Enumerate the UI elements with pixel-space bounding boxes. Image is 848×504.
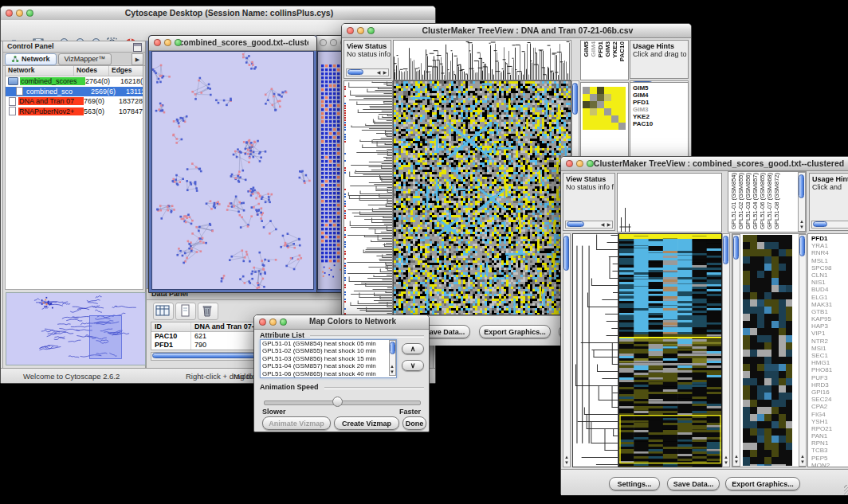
network-overview-thumbnail[interactable]	[6, 293, 143, 363]
float-panel-icon[interactable]	[133, 43, 142, 52]
column-label[interactable]: GIM5	[583, 41, 590, 57]
gene-label[interactable]: HMG1	[811, 359, 848, 366]
move-up-button[interactable]: ∧	[402, 343, 424, 354]
export-graphics-button[interactable]: Export Graphics...	[479, 325, 551, 338]
usage-hscrollbar[interactable]	[811, 221, 848, 229]
attribute-list-item[interactable]: GPL51-01 (GSM854) heat shock 05 min	[261, 340, 396, 347]
treeview1-column-dendrogram[interactable]	[393, 40, 571, 80]
gene-label[interactable]: MON2	[811, 462, 848, 469]
attribute-list-item[interactable]: GPL51-02 (GSM855) heat shock 10 min	[261, 347, 396, 354]
minimize-button[interactable]	[269, 318, 277, 326]
treeview1-row-dendrogram[interactable]	[344, 80, 393, 315]
gene-label[interactable]: MAK31	[811, 301, 848, 308]
gene-label[interactable]: KAP95	[811, 315, 848, 322]
gene-label[interactable]: BUD4	[811, 286, 848, 293]
tab-overflow-arrow[interactable]: ▶	[132, 53, 143, 65]
gene-label[interactable]: GTB1	[811, 308, 848, 315]
array-column-label[interactable]: GPL51-07 (GSM868)	[766, 173, 773, 229]
gene-label[interactable]: ELG1	[811, 294, 848, 301]
close-button[interactable]	[6, 10, 13, 17]
delete-attribute-trash-icon[interactable]	[198, 303, 218, 320]
tab-vizmapper[interactable]: VizMapper™	[58, 53, 112, 65]
gene-label[interactable]: YRA1	[811, 242, 848, 249]
gene-label[interactable]: TCB3	[811, 447, 848, 454]
minimize-button[interactable]	[164, 39, 171, 46]
gene-label[interactable]: SEC24	[811, 396, 848, 403]
gene-label[interactable]: RPN1	[811, 440, 848, 447]
gene-label[interactable]: MSI1	[811, 345, 848, 352]
network-canvas-clusters[interactable]	[151, 51, 314, 290]
gene-label[interactable]: PFD1	[633, 99, 688, 106]
network-window1-titlebar[interactable]: combined_scores_good.txt--cluste...	[149, 36, 316, 51]
gene-label[interactable]: HAP3	[811, 322, 848, 330]
gene-label[interactable]: SPC98	[811, 264, 848, 272]
gene-label[interactable]: RNR4	[811, 249, 848, 256]
treeview2-left-vscrollbar[interactable]: ▲▼	[563, 233, 571, 467]
gene-label[interactable]: VIP1	[811, 330, 848, 337]
treeview2-heatmap[interactable]	[618, 233, 722, 467]
network-list-row[interactable]: combined_scores2764(0)16218(0)	[6, 76, 143, 87]
close-button[interactable]	[320, 39, 327, 46]
zoom-button[interactable]	[587, 160, 594, 167]
treeview2-titlebar[interactable]: ClusterMaker TreeView : combined_scores_…	[561, 157, 848, 171]
col-edges[interactable]: Edges	[109, 66, 143, 76]
array-column-label[interactable]: GPL51-02 (GSM855)	[737, 173, 744, 229]
treeview2-row-dendrogram[interactable]	[572, 233, 618, 467]
gene-label[interactable]: PUF3	[811, 374, 848, 381]
close-button[interactable]	[259, 318, 266, 326]
zoom-left-vscrollbar[interactable]: ▲▼	[732, 234, 740, 467]
gene-label[interactable]: PHO81	[811, 366, 848, 373]
gene-label[interactable]: RPO21	[811, 425, 848, 432]
treeview1-zoom-heatmap[interactable]	[583, 87, 626, 130]
gene-label[interactable]: PAC10	[633, 120, 688, 127]
gene-label[interactable]: MSL1	[811, 257, 848, 264]
gene-label[interactable]: GIM5	[633, 84, 688, 92]
minimize-button[interactable]	[357, 27, 364, 34]
settings-button[interactable]: Settings...	[609, 477, 660, 490]
gene-label[interactable]: HRD3	[811, 381, 848, 389]
dialog-titlebar[interactable]: Map Colors to Network	[254, 315, 429, 330]
network-list-row[interactable]: DNA and Tran 07769(0)183728(0)	[6, 96, 143, 107]
zoom-button[interactable]	[280, 318, 287, 326]
array-column-label[interactable]: GPL51-04 (GSM857)	[752, 173, 759, 229]
gene-label[interactable]: PAN1	[811, 432, 848, 440]
column-label[interactable]: PFD1	[597, 41, 604, 57]
gene-label[interactable]: GIM4	[633, 92, 688, 99]
col-network[interactable]: Network	[6, 66, 74, 76]
treeview1-titlebar[interactable]: ClusterMaker TreeView : DNA and Tran 07-…	[342, 24, 691, 38]
animate-vizmap-button[interactable]: Animate Vizmap	[262, 416, 331, 430]
new-attribute-icon[interactable]	[175, 303, 196, 320]
gene-label[interactable]: GPI16	[811, 389, 848, 396]
column-label[interactable]: GIM3	[604, 41, 611, 57]
attribute-list-vscrollbar[interactable]: ▲▼	[389, 340, 396, 376]
treeview2-column-dendrogram[interactable]	[617, 173, 722, 232]
attribute-list-item[interactable]: GPL51-04 (GSM857) heat shock 20 min	[261, 362, 396, 369]
close-button[interactable]	[566, 160, 573, 167]
gene-label[interactable]: YKE2	[633, 113, 688, 120]
labels-vscrollbar[interactable]: ▲▼	[798, 172, 806, 232]
network-list-row[interactable]: RNAPuberNov2+563(0)107847(0)	[6, 107, 143, 117]
attribute-list-item[interactable]: GPL51-06 (GSM865) heat shock 40 min	[261, 370, 396, 377]
col-nodes[interactable]: Nodes	[74, 66, 109, 76]
treeview2-vscrollbar[interactable]: ▲▼	[722, 233, 730, 467]
minimize-button[interactable]	[16, 10, 23, 17]
gene-label[interactable]: SEC1	[811, 352, 848, 359]
minimize-button[interactable]	[330, 39, 337, 46]
zoom-button[interactable]	[367, 27, 375, 34]
main-titlebar[interactable]: Cytoscape Desktop (Session Name: collins…	[1, 6, 435, 21]
gene-label[interactable]: FIG4	[811, 411, 848, 418]
attribute-list-item[interactable]: GPL51-03 (GSM856) heat shock 15 min	[261, 355, 396, 362]
array-column-label[interactable]: GPL51-01 (GSM854)	[730, 173, 737, 229]
array-column-label[interactable]: GPL51-06 (GSM865)	[759, 173, 766, 229]
close-button[interactable]	[347, 27, 354, 34]
attribute-table-icon[interactable]	[153, 303, 174, 320]
gene-label[interactable]: CLN1	[811, 272, 848, 279]
array-column-label[interactable]: GPL51-03 (GSM856)	[744, 173, 752, 229]
attribute-list-item[interactable]: GPL51-07 (GSM868) heat shock 60 min	[261, 377, 396, 378]
move-down-button[interactable]: ∨	[402, 360, 424, 371]
network-list-row[interactable]: combined_sco2569(6)13112(15)	[6, 87, 143, 97]
col-id[interactable]: ID	[151, 322, 191, 331]
gene-label[interactable]: GIM3	[633, 106, 688, 113]
resize-grip[interactable]	[844, 485, 848, 494]
export-graphics-button[interactable]: Export Graphics...	[725, 477, 800, 490]
